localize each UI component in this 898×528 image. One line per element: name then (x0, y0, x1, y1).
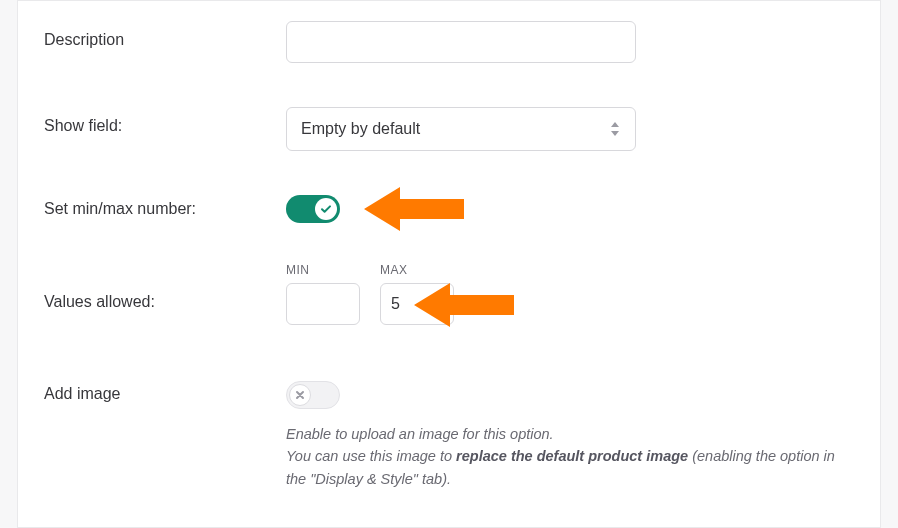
minmax-toggle[interactable] (286, 195, 340, 223)
addimage-help: Enable to upload an image for this optio… (286, 423, 846, 490)
check-icon (315, 198, 337, 220)
row-values-allowed: Values allowed: MIN MAX (44, 263, 854, 325)
annotation-arrow-1 (364, 181, 464, 237)
row-description: Description (44, 21, 854, 63)
description-input[interactable] (286, 21, 636, 63)
svg-marker-0 (364, 187, 464, 231)
showfield-select[interactable]: Empty by default (286, 107, 636, 151)
addimage-label: Add image (44, 381, 286, 403)
row-minmax-toggle: Set min/max number: (44, 195, 854, 223)
values-allowed-label: Values allowed: (44, 263, 286, 311)
min-input[interactable] (286, 283, 360, 325)
max-input[interactable] (380, 283, 454, 325)
min-box: MIN (286, 263, 360, 325)
max-box: MAX (380, 263, 454, 325)
addimage-toggle[interactable] (286, 381, 340, 409)
min-caption: MIN (286, 263, 360, 277)
settings-panel: Description Show field: Empty by default… (17, 0, 881, 528)
row-showfield: Show field: Empty by default (44, 107, 854, 151)
showfield-value: Empty by default (301, 120, 420, 138)
showfield-label: Show field: (44, 107, 286, 135)
close-icon (289, 384, 311, 406)
row-addimage: Add image Enable to upload an image for … (44, 381, 854, 490)
max-caption: MAX (380, 263, 454, 277)
addimage-help-line2b: replace the default product image (456, 448, 688, 464)
addimage-help-line2a: You can use this image to (286, 448, 456, 464)
description-label: Description (44, 21, 286, 49)
addimage-help-line1: Enable to upload an image for this optio… (286, 426, 554, 442)
minmax-label: Set min/max number: (44, 200, 286, 218)
